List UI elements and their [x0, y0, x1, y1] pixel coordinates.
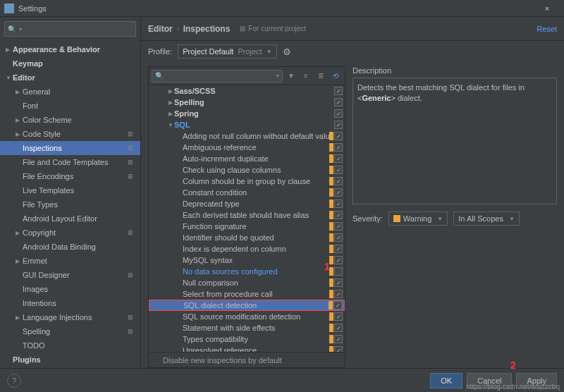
inspection-checkbox[interactable]: ✓ — [333, 301, 342, 310]
collapse-icon[interactable]: ≣ — [314, 70, 327, 82]
inspection-checkbox[interactable]: ✓ — [334, 278, 343, 287]
inspection-row[interactable]: ▶Spelling✓ — [149, 97, 345, 108]
sidebar-item-font[interactable]: Font — [0, 99, 140, 113]
inspection-row[interactable]: Index is dependent on column✓ — [149, 243, 345, 255]
inspection-checkbox[interactable]: ✓ — [334, 109, 343, 118]
sidebar-item-code-style[interactable]: ▶Code Style⊞ — [0, 127, 140, 141]
inspection-row[interactable]: SQL source modification detection✓ — [149, 311, 345, 322]
inspection-row[interactable]: Auto-increment duplicate✓ — [149, 153, 345, 164]
inspection-checkbox[interactable]: ✓ — [334, 188, 343, 197]
inspection-checkbox[interactable]: ✓ — [334, 290, 343, 298]
inspection-checkbox[interactable]: ✓ — [334, 87, 343, 95]
cancel-button[interactable]: Cancel — [467, 373, 512, 388]
help-button[interactable]: ? — [7, 374, 21, 388]
sidebar-item-editor[interactable]: ▼Editor — [0, 71, 140, 85]
inspection-row[interactable]: Ambiguous reference✓ — [149, 142, 345, 153]
sidebar-item-copyright[interactable]: ▶Copyright⊞ — [0, 226, 140, 240]
reset-filter-icon[interactable]: ⟲ — [329, 70, 342, 82]
sidebar-item-file-and-code-templates[interactable]: File and Code Templates⊞ — [0, 155, 140, 169]
severity-combo[interactable]: Warning ▼ — [388, 212, 448, 226]
expand-icon[interactable]: ≡ — [300, 70, 312, 82]
inspection-label: Auto-increment duplicate — [183, 154, 329, 163]
inspection-row[interactable]: Statement with side effects✓ — [149, 322, 345, 333]
inspection-row[interactable]: Function signature✓ — [149, 221, 345, 232]
inspection-checkbox[interactable]: ✓ — [334, 177, 343, 185]
inspection-checkbox[interactable]: ✓ — [334, 256, 343, 264]
sidebar-item-language-injections[interactable]: ▶Language Injections⊞ — [0, 310, 140, 324]
inspection-row[interactable]: Column should be in group by clause✓ — [149, 176, 345, 187]
sidebar-item-inspections[interactable]: Inspections⊞ — [0, 141, 140, 155]
inspection-checkbox[interactable]: ✓ — [334, 132, 343, 140]
inspection-checkbox[interactable]: ✓ — [334, 335, 343, 343]
inspections-tree-panel: 🔍 ▾ ▼ ≡ ≣ ⟲ ▶Sass/SCSS✓▶Spelling✓▶Spring… — [148, 66, 345, 368]
inspection-row[interactable]: Identifier should be quoted✓ — [149, 232, 345, 243]
severity-marker — [329, 278, 333, 287]
inspection-row[interactable]: Constant condition✓ — [149, 187, 345, 198]
severity-marker — [329, 335, 333, 343]
app-icon — [4, 4, 14, 13]
inspection-row[interactable]: Unresolved reference✓ — [149, 345, 345, 352]
inspection-row[interactable]: SQL dialect detection✓ — [149, 300, 345, 311]
tree-item-label: Images — [23, 285, 140, 293]
sidebar-item-appearance-behavior[interactable]: ▶Appearance & Behavior — [0, 42, 140, 56]
profile-combo[interactable]: Project Default Project ▼ — [178, 44, 276, 59]
sidebar-item-general[interactable]: ▶General — [0, 85, 140, 99]
sidebar-item-version-control[interactable]: ▶Version Control — [0, 367, 140, 368]
sidebar-item-live-templates[interactable]: Live Templates — [0, 183, 140, 197]
filter-icon[interactable]: ▼ — [285, 70, 298, 82]
sidebar-search[interactable]: 🔍 ▾ — [4, 21, 136, 37]
close-icon[interactable]: × — [534, 1, 560, 16]
reset-link[interactable]: Reset — [537, 25, 557, 33]
sidebar-item-keymap[interactable]: Keymap — [0, 56, 140, 71]
inspection-checkbox[interactable]: ✓ — [334, 98, 343, 106]
sidebar-item-gui-designer[interactable]: GUI Designer⊞ — [0, 268, 140, 282]
project-scope-icon: ⊞ — [126, 144, 135, 152]
disable-new-inspections-row[interactable]: Disable new inspections by default — [149, 352, 345, 367]
sidebar-item-file-encodings[interactable]: File Encodings⊞ — [0, 169, 140, 183]
inspection-checkbox[interactable]: ✓ — [334, 324, 343, 332]
sidebar-item-emmet[interactable]: ▶Emmet — [0, 254, 140, 268]
inspection-checkbox[interactable]: ✓ — [334, 233, 343, 242]
inspection-label: Unresolved reference — [183, 346, 329, 352]
sidebar-item-android-data-binding[interactable]: Android Data Binding — [0, 240, 140, 254]
ok-button[interactable]: OK — [430, 373, 462, 388]
inspection-checkbox[interactable]: ✓ — [334, 211, 343, 219]
chevron-down-icon: ▾ — [276, 73, 279, 79]
breadcrumb-editor[interactable]: Editor — [148, 24, 173, 34]
inspection-row[interactable]: ▶Sass/SCSS✓ — [149, 85, 345, 97]
inspection-row[interactable]: Each derived table should have alias✓ — [149, 209, 345, 221]
inspection-row[interactable]: ▼SQL✓ — [149, 119, 345, 130]
inspection-row[interactable]: No data sources configured — [149, 266, 345, 277]
sidebar-item-color-scheme[interactable]: ▶Color Scheme — [0, 113, 140, 127]
inspection-checkbox[interactable]: ✓ — [334, 312, 343, 321]
inspection-row[interactable]: Deprecated type✓ — [149, 198, 345, 209]
scope-combo[interactable]: In All Scopes ▼ — [453, 212, 520, 226]
sidebar-item-images[interactable]: Images — [0, 282, 140, 296]
inspection-checkbox[interactable]: ✓ — [334, 222, 343, 231]
inspections-search[interactable]: 🔍 ▾ — [152, 70, 283, 82]
sidebar-item-file-types[interactable]: File Types — [0, 197, 140, 212]
inspection-row[interactable]: MySQL syntax✓ — [149, 255, 345, 266]
inspection-row[interactable]: Types compatibility✓ — [149, 333, 345, 345]
inspection-row[interactable]: Check using clause columns✓ — [149, 164, 345, 176]
sidebar-item-todo[interactable]: TODO — [0, 338, 140, 353]
inspection-row[interactable]: Null comparison✓ — [149, 277, 345, 288]
inspection-checkbox[interactable] — [334, 267, 343, 276]
inspection-checkbox[interactable]: ✓ — [334, 121, 343, 129]
sidebar-item-spelling[interactable]: Spelling⊞ — [0, 324, 140, 338]
sidebar-item-intentions[interactable]: Intentions — [0, 296, 140, 310]
inspection-checkbox[interactable]: ✓ — [334, 346, 343, 352]
gear-icon[interactable]: ⚙ — [283, 47, 291, 57]
inspection-checkbox[interactable]: ✓ — [334, 166, 343, 174]
inspection-checkbox[interactable]: ✓ — [334, 200, 343, 208]
inspection-checkbox[interactable]: ✓ — [334, 154, 343, 163]
inspections-tree[interactable]: ▶Sass/SCSS✓▶Spelling✓▶Spring✓▼SQL✓Adding… — [149, 85, 345, 352]
inspection-checkbox[interactable]: ✓ — [334, 143, 343, 152]
apply-button[interactable]: Apply — [516, 373, 557, 388]
sidebar-item-plugins[interactable]: Plugins — [0, 353, 140, 367]
inspection-checkbox[interactable]: ✓ — [334, 245, 343, 253]
inspection-row[interactable]: ▶Spring✓ — [149, 108, 345, 119]
sidebar-item-android-layout-editor[interactable]: Android Layout Editor — [0, 212, 140, 226]
inspection-row[interactable]: Select from procedure call✓ — [149, 288, 345, 300]
inspection-row[interactable]: Adding not null column without default v… — [149, 130, 345, 142]
